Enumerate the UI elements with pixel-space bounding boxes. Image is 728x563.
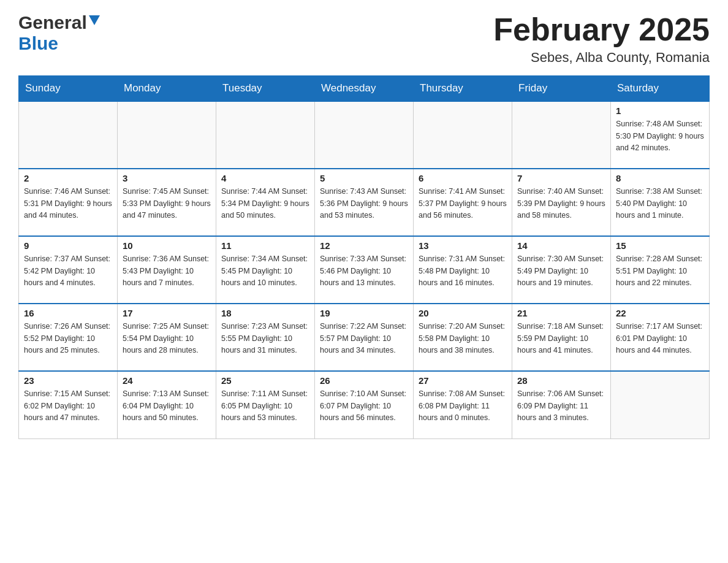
day-number: 20 <box>419 308 507 318</box>
day-number: 24 <box>123 375 211 386</box>
day-number: 9 <box>24 240 112 251</box>
day-number: 15 <box>616 240 704 251</box>
calendar-cell: 14Sunrise: 7:30 AM Sunset: 5:49 PM Dayli… <box>512 236 611 304</box>
day-of-week-header: Monday <box>118 76 216 102</box>
day-info: Sunrise: 7:25 AM Sunset: 5:54 PM Dayligh… <box>123 321 211 356</box>
day-info: Sunrise: 7:15 AM Sunset: 6:02 PM Dayligh… <box>24 388 112 424</box>
calendar-cell: 2Sunrise: 7:46 AM Sunset: 5:31 PM Daylig… <box>19 169 118 236</box>
day-of-week-header: Wednesday <box>315 76 414 102</box>
day-number: 12 <box>320 240 408 251</box>
week-row: 9Sunrise: 7:37 AM Sunset: 5:42 PM Daylig… <box>19 236 710 304</box>
day-info: Sunrise: 7:38 AM Sunset: 5:40 PM Dayligh… <box>616 186 704 221</box>
day-info: Sunrise: 7:23 AM Sunset: 5:55 PM Dayligh… <box>221 321 309 356</box>
day-number: 6 <box>419 173 507 183</box>
calendar-cell: 8Sunrise: 7:38 AM Sunset: 5:40 PM Daylig… <box>611 169 710 236</box>
calendar-cell <box>19 101 118 169</box>
calendar-cell: 11Sunrise: 7:34 AM Sunset: 5:45 PM Dayli… <box>216 236 315 304</box>
calendar-table: SundayMondayTuesdayWednesdayThursdayFrid… <box>18 75 710 439</box>
calendar-cell: 13Sunrise: 7:31 AM Sunset: 5:48 PM Dayli… <box>414 236 512 304</box>
day-info: Sunrise: 7:36 AM Sunset: 5:43 PM Dayligh… <box>123 253 211 289</box>
calendar-cell: 7Sunrise: 7:40 AM Sunset: 5:39 PM Daylig… <box>512 169 611 236</box>
day-number: 13 <box>419 240 507 251</box>
day-number: 28 <box>517 375 605 386</box>
week-row: 1Sunrise: 7:48 AM Sunset: 5:30 PM Daylig… <box>19 101 710 169</box>
day-number: 18 <box>221 308 309 318</box>
day-number: 14 <box>517 240 605 251</box>
calendar-cell: 16Sunrise: 7:26 AM Sunset: 5:52 PM Dayli… <box>19 304 118 371</box>
day-info: Sunrise: 7:08 AM Sunset: 6:08 PM Dayligh… <box>419 388 507 424</box>
week-row: 2Sunrise: 7:46 AM Sunset: 5:31 PM Daylig… <box>19 169 710 236</box>
calendar-cell: 12Sunrise: 7:33 AM Sunset: 5:46 PM Dayli… <box>315 236 414 304</box>
calendar-cell <box>512 101 611 169</box>
calendar-cell: 15Sunrise: 7:28 AM Sunset: 5:51 PM Dayli… <box>611 236 710 304</box>
calendar-cell <box>118 101 216 169</box>
day-of-week-header: Thursday <box>414 76 512 102</box>
calendar-cell: 1Sunrise: 7:48 AM Sunset: 5:30 PM Daylig… <box>611 101 710 169</box>
day-number: 16 <box>24 308 112 318</box>
day-number: 1 <box>616 105 704 116</box>
day-number: 23 <box>24 375 112 386</box>
calendar-cell <box>611 371 710 439</box>
title-block: February 2025 Sebes, Alba County, Romani… <box>493 12 710 66</box>
calendar-cell: 10Sunrise: 7:36 AM Sunset: 5:43 PM Dayli… <box>118 236 216 304</box>
day-info: Sunrise: 7:31 AM Sunset: 5:48 PM Dayligh… <box>419 253 507 289</box>
calendar-cell: 17Sunrise: 7:25 AM Sunset: 5:54 PM Dayli… <box>118 304 216 371</box>
day-info: Sunrise: 7:37 AM Sunset: 5:42 PM Dayligh… <box>24 253 112 289</box>
day-number: 7 <box>517 173 605 183</box>
week-row: 23Sunrise: 7:15 AM Sunset: 6:02 PM Dayli… <box>19 371 710 439</box>
day-number: 19 <box>320 308 408 318</box>
day-number: 3 <box>123 173 211 183</box>
calendar-cell: 26Sunrise: 7:10 AM Sunset: 6:07 PM Dayli… <box>315 371 414 439</box>
logo-general-text: General <box>18 12 87 33</box>
calendar-cell: 5Sunrise: 7:43 AM Sunset: 5:36 PM Daylig… <box>315 169 414 236</box>
calendar-cell <box>315 101 414 169</box>
day-number: 22 <box>616 308 704 318</box>
day-number: 2 <box>24 173 112 183</box>
day-info: Sunrise: 7:18 AM Sunset: 5:59 PM Dayligh… <box>517 321 605 356</box>
day-number: 5 <box>320 173 408 183</box>
calendar-cell: 9Sunrise: 7:37 AM Sunset: 5:42 PM Daylig… <box>19 236 118 304</box>
calendar-cell: 6Sunrise: 7:41 AM Sunset: 5:37 PM Daylig… <box>414 169 512 236</box>
day-info: Sunrise: 7:40 AM Sunset: 5:39 PM Dayligh… <box>517 186 605 221</box>
day-info: Sunrise: 7:20 AM Sunset: 5:58 PM Dayligh… <box>419 321 507 356</box>
logo-arrow-icon <box>89 15 100 29</box>
day-of-week-header: Tuesday <box>216 76 315 102</box>
day-info: Sunrise: 7:46 AM Sunset: 5:31 PM Dayligh… <box>24 186 112 221</box>
day-info: Sunrise: 7:34 AM Sunset: 5:45 PM Dayligh… <box>221 253 309 289</box>
day-number: 21 <box>517 308 605 318</box>
calendar-cell: 4Sunrise: 7:44 AM Sunset: 5:34 PM Daylig… <box>216 169 315 236</box>
calendar-cell <box>414 101 512 169</box>
month-title: February 2025 <box>493 12 710 47</box>
day-number: 10 <box>123 240 211 251</box>
week-row: 16Sunrise: 7:26 AM Sunset: 5:52 PM Dayli… <box>19 304 710 371</box>
day-info: Sunrise: 7:41 AM Sunset: 5:37 PM Dayligh… <box>419 186 507 221</box>
day-info: Sunrise: 7:48 AM Sunset: 5:30 PM Dayligh… <box>616 118 704 154</box>
calendar-cell: 19Sunrise: 7:22 AM Sunset: 5:57 PM Dayli… <box>315 304 414 371</box>
calendar-cell <box>216 101 315 169</box>
day-info: Sunrise: 7:30 AM Sunset: 5:49 PM Dayligh… <box>517 253 605 289</box>
day-info: Sunrise: 7:13 AM Sunset: 6:04 PM Dayligh… <box>123 388 211 424</box>
day-number: 4 <box>221 173 309 183</box>
location-subtitle: Sebes, Alba County, Romania <box>493 50 710 66</box>
day-number: 26 <box>320 375 408 386</box>
day-number: 8 <box>616 173 704 183</box>
calendar-cell: 21Sunrise: 7:18 AM Sunset: 5:59 PM Dayli… <box>512 304 611 371</box>
day-of-week-header: Friday <box>512 76 611 102</box>
calendar-header-row: SundayMondayTuesdayWednesdayThursdayFrid… <box>19 76 710 102</box>
logo-blue-text: Blue <box>18 33 58 53</box>
calendar-cell: 23Sunrise: 7:15 AM Sunset: 6:02 PM Dayli… <box>19 371 118 439</box>
day-info: Sunrise: 7:45 AM Sunset: 5:33 PM Dayligh… <box>123 186 211 221</box>
calendar-cell: 20Sunrise: 7:20 AM Sunset: 5:58 PM Dayli… <box>414 304 512 371</box>
day-number: 17 <box>123 308 211 318</box>
day-number: 27 <box>419 375 507 386</box>
day-info: Sunrise: 7:17 AM Sunset: 6:01 PM Dayligh… <box>616 321 704 356</box>
day-info: Sunrise: 7:06 AM Sunset: 6:09 PM Dayligh… <box>517 388 605 424</box>
svg-marker-0 <box>89 15 100 25</box>
page-header: General Blue February 2025 Sebes, Alba C… <box>18 12 710 66</box>
day-number: 11 <box>221 240 309 251</box>
logo: General Blue <box>18 12 100 54</box>
day-info: Sunrise: 7:11 AM Sunset: 6:05 PM Dayligh… <box>221 388 309 424</box>
calendar-cell: 27Sunrise: 7:08 AM Sunset: 6:08 PM Dayli… <box>414 371 512 439</box>
day-info: Sunrise: 7:10 AM Sunset: 6:07 PM Dayligh… <box>320 388 408 424</box>
day-number: 25 <box>221 375 309 386</box>
